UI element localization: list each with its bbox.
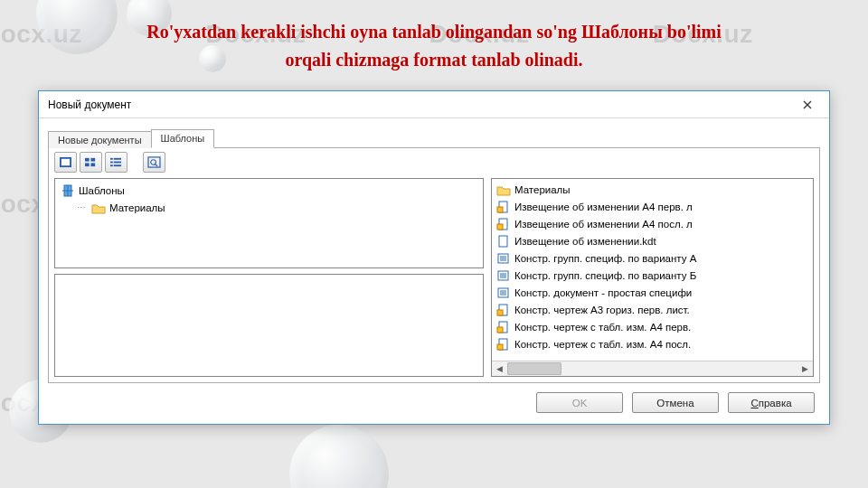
tree-child-materials[interactable]: ⋯ Материалы (59, 199, 479, 216)
svg-rect-5 (91, 163, 96, 166)
svg-rect-12 (148, 157, 160, 167)
templates-root-icon (61, 184, 75, 197)
folder-icon (496, 183, 511, 196)
svg-rect-26 (497, 327, 503, 333)
svg-rect-2 (85, 158, 90, 162)
svg-rect-28 (497, 344, 503, 350)
svg-rect-7 (114, 158, 121, 160)
template-tree[interactable]: Шаблоны ⋯ Материалы (54, 178, 484, 268)
list-item-label: Констр. чертеж c табл. изм. А4 перв. (514, 322, 691, 333)
tree-root[interactable]: Шаблоны (59, 182, 479, 199)
view-list-button[interactable] (105, 152, 127, 173)
document-icon (496, 201, 511, 213)
document-icon (496, 218, 511, 230)
svg-rect-4 (85, 163, 90, 166)
new-document-dialog: Новый документ Новые документы Шаблоны (38, 90, 830, 425)
titlebar[interactable]: Новый документ (39, 91, 829, 118)
list-item-label: Констр. документ - простая специфи (514, 287, 692, 298)
scroll-left-icon[interactable]: ◀ (492, 361, 507, 376)
document-icon (496, 286, 511, 299)
list-icon (109, 156, 123, 168)
svg-rect-1 (61, 159, 70, 165)
preview-pane (54, 274, 484, 377)
document-icon (496, 304, 511, 316)
ok-button[interactable]: OK (536, 392, 623, 413)
list-item[interactable]: Констр. групп. специф. по варианту Б (495, 267, 810, 284)
preview-icon (147, 156, 161, 168)
small-icons-icon (84, 156, 98, 168)
cancel-button[interactable]: Отмена (632, 392, 719, 413)
dialog-title: Новый документ (48, 99, 788, 111)
svg-rect-10 (110, 164, 113, 166)
folder-icon (91, 202, 106, 214)
svg-rect-8 (110, 162, 113, 164)
large-icons-icon (59, 156, 72, 168)
close-button[interactable] (788, 92, 827, 117)
svg-rect-18 (497, 224, 503, 230)
svg-rect-6 (110, 158, 113, 160)
tab-templates[interactable]: Шаблоны (151, 129, 215, 148)
page-caption: Ro'yxatdan kerakli ishchi oyna tanlab ol… (0, 0, 868, 83)
list-item-label: Констр. чертеж c табл. изм. А4 посл. (514, 339, 691, 350)
document-icon (496, 235, 511, 248)
tabstrip: Новые документы Шаблоны (48, 126, 820, 147)
list-item-label: Извещение об изменении А4 посл. л (514, 219, 693, 230)
svg-rect-3 (91, 158, 96, 162)
list-item[interactable]: Извещение об изменении.kdt (495, 232, 810, 249)
dialog-buttons: OK Отмена Справка (48, 383, 820, 415)
list-item-label: Констр. чертеж А3 гориз. перв. лист. (514, 305, 690, 315)
document-icon (496, 321, 511, 333)
scroll-thumb[interactable] (507, 362, 561, 375)
document-icon (496, 269, 511, 282)
list-item[interactable]: Извещение об изменении А4 посл. л (495, 215, 810, 232)
svg-rect-24 (497, 310, 503, 315)
svg-rect-9 (114, 162, 121, 164)
svg-rect-19 (499, 236, 507, 247)
document-icon (496, 338, 511, 351)
help-button[interactable]: Справка (728, 392, 815, 413)
list-item[interactable]: Констр. групп. специф. по варианту А (495, 249, 810, 267)
horizontal-scrollbar[interactable]: ◀ ▶ (492, 361, 813, 376)
document-icon (496, 252, 511, 265)
list-item[interactable]: Констр. чертеж c табл. изм. А4 перв. (495, 318, 810, 335)
tree-connector-icon: ⋯ (77, 202, 88, 212)
list-item[interactable]: Констр. чертеж А3 гориз. перв. лист. (495, 301, 810, 318)
view-large-icons-button[interactable] (54, 152, 77, 173)
list-item-label: Извещение об изменении А4 перв. л (514, 202, 693, 212)
list-item-label: Констр. групп. специф. по варианту А (514, 253, 696, 264)
list-item-label: Констр. групп. специф. по варианту Б (514, 270, 696, 281)
view-preview-button[interactable] (143, 152, 165, 173)
tab-new-documents[interactable]: Новые документы (48, 131, 152, 148)
svg-rect-16 (497, 207, 503, 212)
scroll-right-icon[interactable]: ▶ (797, 361, 813, 376)
list-item-label: Извещение об изменении.kdt (514, 236, 656, 247)
list-item-label: Материалы (514, 184, 571, 195)
close-icon (803, 100, 812, 109)
list-item[interactable]: Констр. документ - простая специфи (495, 284, 810, 301)
svg-rect-11 (114, 164, 121, 166)
list-item[interactable]: Извещение об изменении А4 перв. л (495, 198, 810, 215)
view-toolbar (54, 152, 814, 173)
scroll-track[interactable] (507, 361, 797, 376)
view-small-icons-button[interactable] (80, 152, 102, 173)
list-item[interactable]: Материалы (495, 181, 810, 198)
list-item[interactable]: Констр. чертеж c табл. изм. А4 посл. (495, 335, 810, 352)
template-list[interactable]: Материалы Извещение об изменении А4 перв… (491, 178, 814, 377)
